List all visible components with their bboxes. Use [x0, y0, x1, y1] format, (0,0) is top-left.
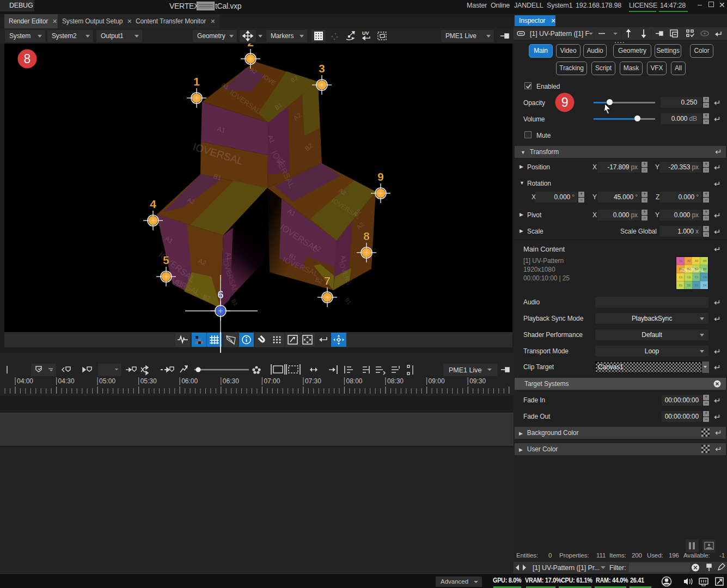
- svg-text:1: 1: [193, 75, 200, 88]
- svg-text:06:00: 06:00: [181, 377, 198, 385]
- svg-text:9: 9: [377, 170, 384, 183]
- svg-text:A2: A2: [687, 259, 691, 262]
- svg-text:PME1 Live: PME1 Live: [449, 366, 481, 374]
- svg-text:A3: A3: [695, 259, 698, 262]
- svg-text:B4: B4: [703, 267, 706, 271]
- svg-text:8: 8: [24, 52, 31, 66]
- svg-text:06:30: 06:30: [223, 377, 239, 385]
- svg-text:C3: C3: [695, 275, 699, 279]
- svg-text:7: 7: [324, 274, 331, 287]
- svg-text:8: 8: [363, 230, 370, 242]
- svg-text:B1: B1: [679, 267, 682, 271]
- svg-text:B3: B3: [695, 267, 698, 271]
- svg-text:[1] UV-Pattern ([1] Pr...: [1] UV-Pattern ([1] Pr...: [533, 564, 600, 572]
- svg-text:3: 3: [319, 62, 325, 75]
- svg-text:D1: D1: [679, 284, 683, 287]
- svg-text:B1: B1: [230, 298, 239, 307]
- svg-text:9: 9: [561, 95, 569, 109]
- svg-text:04:00: 04:00: [17, 377, 33, 385]
- svg-text:A1: A1: [679, 259, 682, 262]
- svg-text:5: 5: [163, 254, 169, 266]
- svg-text:D4: D4: [703, 284, 707, 287]
- svg-text:4: 4: [150, 198, 156, 210]
- svg-text:A4: A4: [703, 259, 706, 262]
- svg-text:IOVERSAL: IOVERSAL: [680, 267, 704, 273]
- svg-text:Filter:: Filter:: [609, 564, 626, 572]
- svg-text:[1] UV-Pattern ([1] F: [1] UV-Pattern ([1] F: [530, 30, 590, 38]
- svg-text:B2: B2: [687, 267, 691, 271]
- svg-text:09:00: 09:00: [429, 377, 445, 385]
- svg-text:C4: C4: [703, 275, 707, 279]
- svg-text:05:30: 05:30: [140, 377, 157, 385]
- svg-text:05:00: 05:00: [99, 377, 115, 385]
- svg-text:07:30: 07:30: [305, 377, 321, 385]
- svg-text:B1: B1: [344, 297, 352, 306]
- svg-text:C2: C2: [687, 275, 691, 279]
- svg-text:09:30: 09:30: [469, 377, 486, 385]
- svg-text:C1: C1: [679, 275, 683, 279]
- svg-text:6: 6: [217, 288, 224, 301]
- svg-text:04:30: 04:30: [58, 377, 75, 385]
- svg-text:2: 2: [247, 44, 254, 48]
- svg-text:08:30: 08:30: [387, 377, 404, 385]
- svg-text:D3: D3: [695, 284, 699, 287]
- svg-text:UV: UV: [362, 30, 369, 36]
- svg-text:07:00: 07:00: [264, 377, 280, 385]
- svg-text:D2: D2: [687, 284, 691, 287]
- svg-text:08:00: 08:00: [346, 377, 363, 385]
